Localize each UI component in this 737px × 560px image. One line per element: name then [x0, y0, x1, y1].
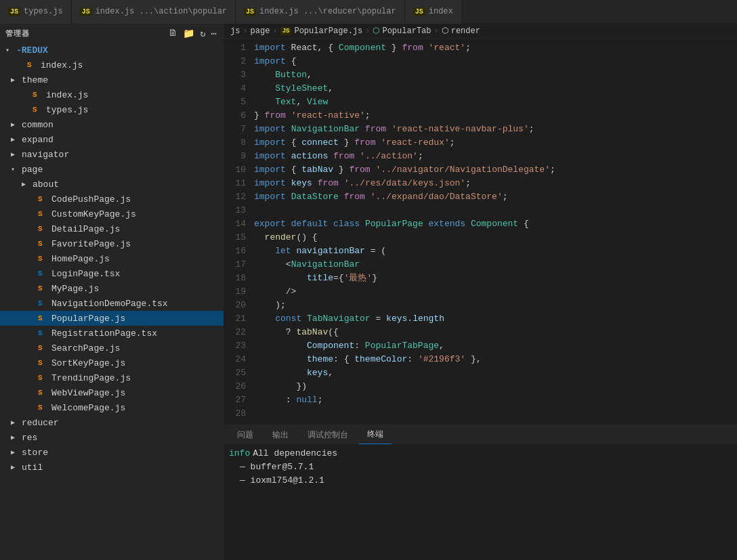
file-icon: S: [38, 240, 49, 248]
line-number: 4: [224, 82, 246, 95]
panel-tab-problems[interactable]: 问题: [229, 425, 261, 444]
sidebar-item-label: reducer: [22, 418, 59, 428]
file-icon: S: [38, 404, 49, 412]
arrow-icon: ▶: [11, 448, 22, 456]
breadcrumb-popularpage: PopularPage.js: [294, 26, 362, 36]
sidebar-item-codepush[interactable]: S CodePushPage.js: [0, 192, 224, 207]
sidebar-item-types[interactable]: S types.js: [0, 102, 224, 117]
sidebar-item-popular[interactable]: S PopularPage.js: [0, 311, 224, 326]
sidebar-item-label: LoginPage.tsx: [51, 269, 120, 279]
line-number: 11: [224, 177, 246, 190]
sidebar-item-redux[interactable]: ▾ -REDUX: [0, 43, 224, 58]
panel-tab-debug[interactable]: 调试控制台: [299, 425, 356, 444]
tab-types-js[interactable]: JS types.js: [0, 0, 72, 24]
sidebar-item-webview[interactable]: S WebViewPage.js: [0, 385, 224, 400]
file-icon: S: [38, 389, 49, 397]
line-number: 25: [224, 366, 246, 380]
new-file-icon[interactable]: 🗎: [167, 26, 179, 41]
code-line: }): [254, 380, 737, 393]
sidebar-item-login[interactable]: S LoginPage.tsx: [0, 266, 224, 281]
tab-index-other[interactable]: JS index: [405, 0, 462, 24]
sidebar-item-navigator[interactable]: ▶ navigator: [0, 147, 224, 162]
sidebar-item-about[interactable]: ▶ about: [0, 177, 224, 192]
code-area[interactable]: 1234567891011121314151617181920212223242…: [224, 39, 737, 425]
file-icon: S: [38, 195, 49, 203]
sidebar-item-expand[interactable]: ▶ expand: [0, 132, 224, 147]
terminal-line: info All dependencies: [229, 447, 732, 460]
code-line: import NavigationBar from 'react-native-…: [254, 123, 737, 136]
sidebar-item-util[interactable]: ▶ util: [0, 460, 224, 475]
line-number: 1: [224, 41, 246, 55]
sidebar-item-favorite[interactable]: S FavoritePage.js: [0, 236, 224, 251]
line-number: 24: [224, 353, 246, 366]
breadcrumb-page: page: [251, 26, 270, 36]
sidebar-item-label: theme: [22, 75, 48, 85]
sidebar-item-sortkey[interactable]: S SortKeyPage.js: [0, 356, 224, 370]
code-line: Button,: [254, 68, 737, 82]
code-line: export default class PopularPage extends…: [254, 217, 737, 231]
code-line: keys,: [254, 366, 737, 380]
sidebar-item-navdemo[interactable]: S NavigationDemoPage.tsx: [0, 296, 224, 311]
sidebar-item-home[interactable]: S HomePage.js: [0, 251, 224, 266]
refresh-icon[interactable]: ↻: [198, 26, 207, 41]
panel-tab-terminal[interactable]: 终端: [359, 425, 392, 444]
tab-bar: JS types.js JS index.js ...\action\popul…: [0, 0, 737, 24]
code-line: [254, 407, 737, 421]
arrow-icon: ▶: [11, 463, 22, 471]
sidebar-item-res[interactable]: ▶ res: [0, 430, 224, 445]
arrow-icon: ▶: [11, 121, 22, 129]
collapse-icon[interactable]: ⋯: [210, 26, 218, 41]
sidebar-item-trending[interactable]: S TrendingPage.js: [0, 370, 224, 385]
code-line: import {: [254, 55, 737, 68]
file-icon: S: [38, 344, 49, 352]
sidebar-item-label: -REDUX: [16, 45, 48, 56]
sidebar-item-common[interactable]: ▶ common: [0, 117, 224, 132]
tab-label: index.js ...\reducer\popular: [259, 7, 396, 16]
tab-label: index: [429, 7, 453, 16]
sidebar-item-theme-index[interactable]: S index.js: [0, 87, 224, 102]
main-area: 管理器 🗎 📁 ↻ ⋯ ▾ -REDUX S index.js ▶: [0, 24, 737, 560]
js-icon: JS: [413, 7, 425, 16]
line-number: 7: [224, 123, 246, 136]
code-line: [254, 204, 737, 217]
file-icon: S: [38, 329, 49, 337]
arrow-icon: ▶: [11, 150, 22, 158]
sidebar-item-store[interactable]: ▶ store: [0, 445, 224, 460]
sidebar-item-mypage[interactable]: S MyPage.js: [0, 281, 224, 296]
panel-tab-output[interactable]: 输出: [264, 425, 297, 444]
sidebar-item-page[interactable]: ▾ page: [0, 162, 224, 177]
sidebar-tree[interactable]: ▾ -REDUX S index.js ▶ theme S index.js: [0, 43, 224, 560]
sidebar-item-label: util: [22, 462, 43, 473]
arrow-icon: ▶: [11, 135, 22, 144]
sidebar-item-reducer[interactable]: ▶ reducer: [0, 415, 224, 430]
tab-index-reducer[interactable]: JS index.js ...\reducer\popular: [236, 0, 405, 24]
sidebar-item-label: res: [22, 433, 37, 443]
sidebar-item-theme[interactable]: ▶ theme: [0, 72, 224, 87]
editor-area: js › page › JS PopularPage.js › ⬡ Popula…: [224, 24, 737, 425]
sidebar-item-detail[interactable]: S DetailPage.js: [0, 221, 224, 236]
sidebar-item-label: about: [33, 179, 59, 190]
code-line: theme: { themeColor: '#2196f3' },: [254, 353, 737, 366]
sidebar-item-label: index.js: [46, 90, 88, 100]
panel-tab-label: 问题: [237, 429, 253, 441]
sidebar-item-index-top[interactable]: S index.js: [0, 58, 224, 72]
arrow-icon: ▶: [11, 76, 22, 84]
line-number: 18: [224, 272, 246, 285]
sidebar-item-registration[interactable]: S RegistrationPage.tsx: [0, 326, 224, 341]
line-number: 13: [224, 204, 246, 217]
arrow-icon: ▶: [22, 180, 33, 188]
tab-index-action[interactable]: JS index.js ...\action\popular: [72, 0, 236, 24]
code-line: let navigationBar = (: [254, 244, 737, 258]
terminal-line: — buffer@5.7.1: [229, 460, 732, 474]
sidebar-item-label: common: [22, 120, 54, 130]
sidebar-item-customkey[interactable]: S CustomKeyPage.js: [0, 207, 224, 221]
new-folder-icon[interactable]: 📁: [182, 26, 196, 41]
breadcrumb-sep: ›: [272, 26, 277, 36]
sidebar-item-search[interactable]: S SearchPage.js: [0, 341, 224, 356]
sidebar-item-label: WebViewPage.js: [51, 388, 125, 398]
breadcrumb-populartab: ⬡: [373, 26, 379, 36]
sidebar-item-welcome[interactable]: S WelcomePage.js: [0, 400, 224, 415]
code-line: );: [254, 299, 737, 312]
line-number: 28: [224, 407, 246, 421]
breadcrumb-sep: ›: [434, 26, 438, 36]
